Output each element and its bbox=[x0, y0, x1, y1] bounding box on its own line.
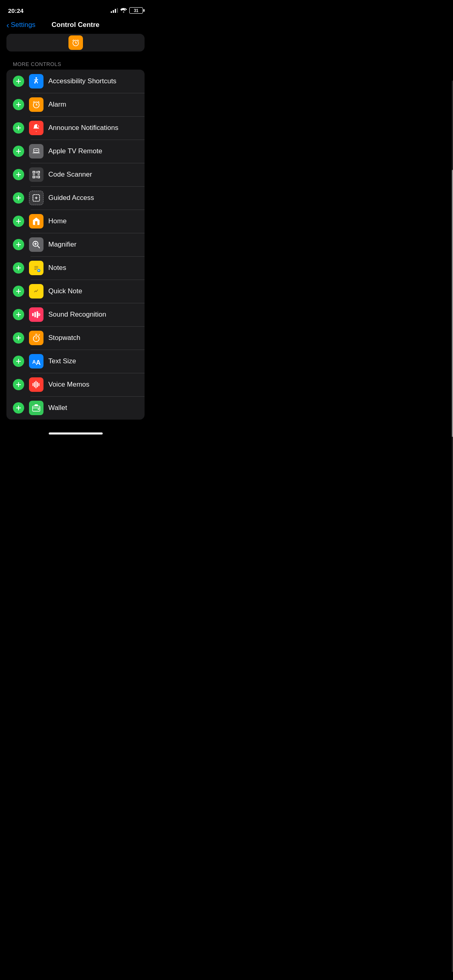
svg-rect-45 bbox=[33, 383, 33, 386]
svg-rect-46 bbox=[34, 382, 35, 387]
home-bar bbox=[49, 432, 103, 434]
item-label-apple-tv-remote: Apple TV Remote bbox=[48, 147, 102, 155]
app-icon-guided-access bbox=[29, 191, 43, 205]
item-label-voice-memos: Voice Memos bbox=[48, 381, 89, 389]
item-label-text-size: Text Size bbox=[48, 357, 76, 365]
back-chevron-icon: ‹ bbox=[6, 21, 9, 29]
app-icon-wallet bbox=[29, 401, 43, 415]
item-label-notes: Notes bbox=[48, 264, 66, 272]
list-item-apple-tv-remote[interactable]: Apple TV Remote bbox=[6, 140, 145, 163]
app-icon-magnifier bbox=[29, 237, 43, 252]
nav-bar: ‹ Settings Control Centre bbox=[0, 18, 151, 34]
svg-rect-52 bbox=[38, 409, 39, 410]
svg-rect-15 bbox=[38, 171, 40, 173]
controls-list: Accessibility Shortcuts Alarm Announce N… bbox=[6, 70, 145, 420]
item-label-magnifier: Magnifier bbox=[48, 241, 77, 249]
list-item-guided-access[interactable]: Guided Access bbox=[6, 186, 145, 210]
svg-rect-36 bbox=[34, 312, 36, 317]
battery-level: 31 bbox=[134, 8, 138, 13]
add-button-stopwatch[interactable] bbox=[13, 332, 24, 344]
svg-rect-14 bbox=[33, 171, 35, 173]
section-label: MORE CONTROLS bbox=[0, 58, 151, 70]
app-icon-alarm bbox=[29, 97, 43, 112]
list-item-alarm[interactable]: Alarm bbox=[6, 93, 145, 116]
svg-line-7 bbox=[33, 101, 34, 102]
svg-rect-49 bbox=[39, 383, 39, 386]
signal-bars-icon bbox=[111, 8, 118, 13]
list-item-stopwatch[interactable]: Stopwatch bbox=[6, 326, 145, 350]
back-label: Settings bbox=[11, 21, 35, 29]
item-label-announce-notifications: Announce Notifications bbox=[48, 124, 118, 132]
svg-line-3 bbox=[72, 40, 74, 41]
page-title: Control Centre bbox=[52, 21, 99, 29]
svg-line-4 bbox=[78, 40, 79, 41]
list-item-voice-memos[interactable]: Voice Memos bbox=[6, 373, 145, 396]
app-icon-stopwatch bbox=[29, 331, 43, 345]
app-icon-quick-note bbox=[29, 284, 43, 299]
svg-text:A: A bbox=[36, 359, 41, 366]
app-icon-notes bbox=[29, 261, 43, 275]
svg-point-5 bbox=[35, 77, 37, 79]
battery-icon: 31 bbox=[129, 7, 143, 14]
item-label-wallet: Wallet bbox=[48, 404, 67, 412]
list-item-announce-notifications[interactable]: Announce Notifications bbox=[6, 116, 145, 140]
add-button-magnifier[interactable] bbox=[13, 239, 24, 250]
svg-text:A: A bbox=[32, 359, 36, 365]
add-button-apple-tv-remote[interactable] bbox=[13, 146, 24, 157]
list-item-quick-note[interactable]: Quick Note bbox=[6, 280, 145, 303]
list-item-home[interactable]: Home bbox=[6, 210, 145, 233]
add-button-guided-access[interactable] bbox=[13, 192, 24, 204]
wifi-icon bbox=[120, 7, 127, 14]
add-button-code-scanner[interactable] bbox=[13, 169, 24, 180]
status-bar: 20:24 31 bbox=[0, 0, 151, 18]
item-label-accessibility-shortcuts: Accessibility Shortcuts bbox=[48, 77, 116, 85]
svg-rect-11 bbox=[33, 152, 40, 154]
list-item-wallet[interactable]: Wallet bbox=[6, 396, 145, 420]
app-icon-announce-notifications bbox=[29, 121, 43, 135]
status-time: 20:24 bbox=[8, 7, 23, 14]
item-label-stopwatch: Stopwatch bbox=[48, 334, 80, 342]
add-button-wallet[interactable] bbox=[13, 402, 24, 414]
list-item-magnifier[interactable]: Magnifier bbox=[6, 233, 145, 256]
svg-point-12 bbox=[34, 150, 35, 151]
add-button-text-size[interactable] bbox=[13, 356, 24, 367]
list-item-sound-recognition[interactable]: Sound Recognition bbox=[6, 303, 145, 326]
add-button-home[interactable] bbox=[13, 216, 24, 227]
app-icon-voice-memos bbox=[29, 377, 43, 392]
app-icon-text-size: A A bbox=[29, 354, 43, 369]
app-icon-code-scanner bbox=[29, 167, 43, 182]
add-button-alarm[interactable] bbox=[13, 99, 24, 110]
item-label-code-scanner: Code Scanner bbox=[48, 171, 92, 179]
app-icon-sound-recognition bbox=[29, 307, 43, 322]
app-icon-home bbox=[29, 214, 43, 229]
list-item-notes[interactable]: Notes bbox=[6, 256, 145, 280]
app-icon-apple-tv-remote bbox=[29, 144, 43, 159]
list-item-accessibility-shortcuts[interactable]: Accessibility Shortcuts bbox=[6, 70, 145, 93]
svg-line-8 bbox=[38, 101, 39, 102]
item-label-quick-note: Quick Note bbox=[48, 287, 82, 295]
svg-line-42 bbox=[39, 335, 39, 336]
svg-rect-17 bbox=[38, 176, 40, 178]
svg-rect-16 bbox=[33, 176, 35, 178]
svg-rect-48 bbox=[37, 382, 38, 387]
item-label-sound-recognition: Sound Recognition bbox=[48, 311, 106, 319]
home-indicator bbox=[0, 429, 151, 438]
list-item-code-scanner[interactable]: Code Scanner bbox=[6, 163, 145, 186]
add-button-voice-memos[interactable] bbox=[13, 379, 24, 390]
svg-line-39 bbox=[38, 314, 39, 315]
back-button[interactable]: ‹ Settings bbox=[6, 21, 35, 29]
add-button-accessibility-shortcuts[interactable] bbox=[13, 76, 24, 87]
item-label-alarm: Alarm bbox=[48, 101, 66, 109]
status-icons: 31 bbox=[111, 7, 143, 14]
svg-rect-35 bbox=[32, 313, 34, 316]
item-label-home: Home bbox=[48, 217, 66, 225]
add-button-sound-recognition[interactable] bbox=[13, 309, 24, 320]
list-item-text-size[interactable]: A A Text Size bbox=[6, 350, 145, 373]
item-label-guided-access: Guided Access bbox=[48, 194, 94, 202]
add-button-announce-notifications[interactable] bbox=[13, 122, 24, 134]
svg-line-24 bbox=[37, 246, 39, 248]
top-partial-icon bbox=[68, 35, 83, 50]
add-button-notes[interactable] bbox=[13, 262, 24, 274]
add-button-quick-note[interactable] bbox=[13, 286, 24, 297]
svg-rect-47 bbox=[35, 381, 36, 388]
